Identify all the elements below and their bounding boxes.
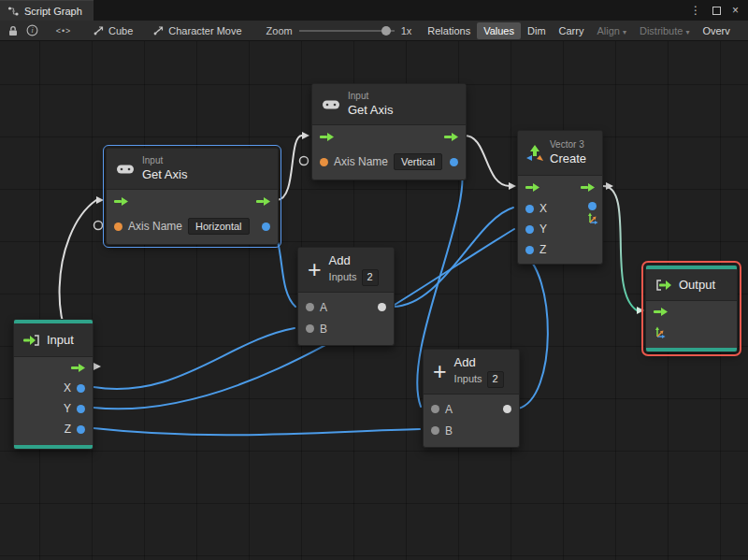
tab-script-graph[interactable]: Script Graph [0,0,94,21]
flow-port-row [646,301,737,322]
collapse-ports-icon[interactable]: <•> [54,22,73,39]
vector-output-port[interactable] [588,202,597,210]
x-input-port[interactable] [525,205,534,213]
inputs-count-field[interactable]: 2 [362,269,379,286]
input-port-a[interactable] [306,303,314,311]
input-port-a[interactable] [431,405,439,413]
node-add-2[interactable]: + Add Inputs 2 A B [423,349,520,448]
node-title: Output [679,278,715,292]
node-get-axis-horizontal[interactable]: Input Get Axis Axis Name Horizontal [106,148,279,245]
z-output-port[interactable] [77,425,85,434]
x-output-port[interactable] [77,384,85,393]
port-label: Y [539,223,547,236]
close-icon[interactable]: × [732,5,739,16]
node-vector3-create[interactable]: Vector 3 Create X Y Z [517,130,603,265]
zoom-slider[interactable] [299,24,395,37]
chevron-down-icon: ▾ [685,28,689,36]
port-label: Y [64,402,71,415]
flow-out-port[interactable] [256,197,270,206]
node-category: Vector 3 [550,139,586,151]
node-title: Add [329,253,379,268]
inputs-label: Inputs [454,373,482,386]
relations-button[interactable]: Relations [421,22,477,39]
carry-button[interactable]: Carry [553,22,591,39]
value-output-port[interactable] [450,158,458,166]
flow-in-port[interactable] [525,183,539,192]
plus-icon: + [308,258,322,281]
node-body: A B [298,293,394,341]
z-input-port[interactable] [525,246,534,254]
distribute-button[interactable]: Distribute▾ [633,22,696,39]
tab-bar-spacer [94,0,690,21]
io-accent-strip [646,348,737,352]
node-header: Vector 3 Create [518,131,602,176]
y-input-port[interactable] [525,225,534,234]
flow-out-port[interactable] [581,183,595,192]
port-row-b: B [298,318,394,339]
flow-in-port[interactable] [654,308,668,316]
graph-canvas[interactable]: Input Get Axis Axis Name Vertical [0,41,748,560]
vector3-icon [525,144,544,162]
inputs-label: Inputs [329,271,357,284]
node-title: Get Axis [348,103,393,118]
machine-breadcrumb-cube[interactable]: Cube [94,25,133,36]
input-port-b[interactable] [306,324,314,333]
y-output-port[interactable] [77,405,85,413]
axis-name-field[interactable]: Vertical [394,153,442,170]
node-title: Get Axis [142,167,187,182]
port-row-x: X [14,378,93,398]
overview-button[interactable]: Overv [696,22,736,39]
svg-text:i: i [31,26,33,35]
machine-breadcrumb-character-move[interactable]: Character Move [153,25,241,36]
zoom-value: 1x [401,25,412,36]
port-row-y: Y [14,398,93,419]
inputs-count-field[interactable]: 2 [487,371,504,388]
port-row-a: A [298,296,394,318]
port-label: Axis Name [334,155,388,168]
graph-input-icon [22,334,40,347]
graph-output-icon [654,279,672,292]
node-add-1[interactable]: + Add Inputs 2 A B [297,247,395,346]
flow-out-port[interactable] [71,364,85,372]
window-controls: ⋮ × [690,0,748,21]
node-category: Input [142,155,187,167]
dim-button[interactable]: Dim [521,22,553,39]
port-row-a: A [424,398,519,420]
node-get-axis-vertical[interactable]: Input Get Axis Axis Name Vertical [311,83,467,180]
node-category: Input [348,91,393,103]
zoom-slider-handle[interactable] [381,26,391,36]
port-label: B [445,424,453,438]
node-graph-input[interactable]: Input X Y Z [13,319,94,450]
zoom-slider-track [299,30,395,32]
node-header: Output [646,269,737,301]
axis-name-input-port[interactable] [114,223,122,231]
axis-name-field[interactable]: Horizontal [188,218,250,235]
node-header: + Add Inputs 2 [424,350,519,395]
port-label: A [445,403,453,416]
maximize-icon[interactable] [712,7,721,15]
port-label: Z [65,423,71,436]
xyz-axes-icon[interactable] [654,326,666,338]
port-row-z: Z [14,419,93,439]
flow-out-port[interactable] [444,133,458,141]
node-title: Create [550,151,586,166]
menu-icon[interactable]: ⋮ [690,5,701,16]
chevron-down-icon: ▾ [623,28,626,36]
plus-icon: + [433,360,447,383]
flow-in-port[interactable] [320,133,334,141]
value-output-port[interactable] [262,223,270,231]
graph-toolbar: i <•> Cube Character Move Zoom 1x [0,21,748,41]
align-button[interactable]: Align▾ [590,22,632,39]
tab-bar: Script Graph ⋮ × [0,0,748,21]
values-button[interactable]: Values [477,22,521,39]
lock-icon[interactable] [4,22,22,39]
sum-output-port[interactable] [503,405,511,413]
axis-name-input-port[interactable] [320,158,328,166]
sum-output-port[interactable] [378,303,386,311]
node-graph-output[interactable]: Output [645,265,738,352]
flow-port-row [312,125,466,148]
info-icon[interactable]: i [22,22,41,39]
input-port-b[interactable] [431,426,439,435]
script-graph-icon [7,6,19,17]
flow-in-port[interactable] [114,197,128,206]
